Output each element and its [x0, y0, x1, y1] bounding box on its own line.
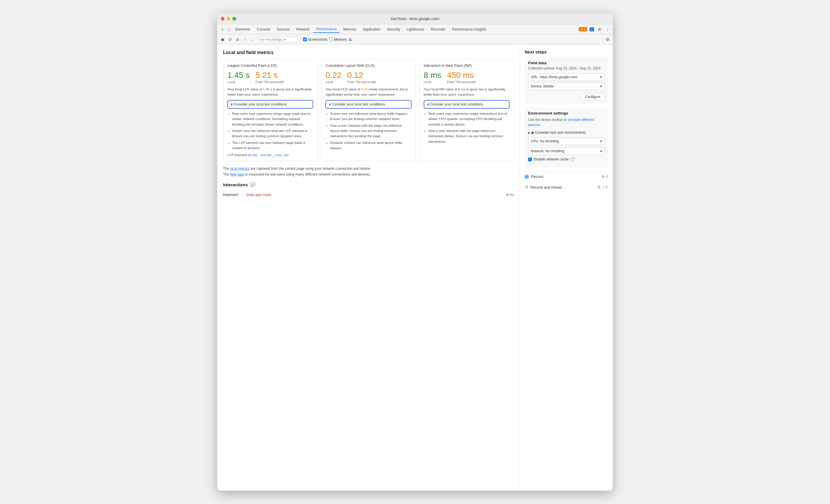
- screenshots-checkbox-group[interactable]: Screenshots: [303, 37, 327, 41]
- lcp-title: Largest Contentful Paint (LCP): [227, 64, 313, 68]
- tab-security[interactable]: Security: [384, 26, 403, 33]
- inp-card: Interaction to Next Paint (INP) 8 ms Loc…: [419, 59, 514, 161]
- info-count: 2: [591, 28, 593, 31]
- memory-checkbox[interactable]: [329, 37, 333, 41]
- inp-field-label: Field 75th percentile: [447, 80, 476, 84]
- cpu-dropdown[interactable]: CPU: No throttling ▾: [528, 137, 605, 145]
- footer-note-2: are captured from the current page using…: [250, 167, 371, 171]
- title-bar: DevTools - fonts.google.com/: [217, 13, 613, 25]
- tab-application[interactable]: Application: [360, 26, 383, 33]
- lcp-field-label: Field 75th percentile: [255, 80, 284, 84]
- inspector-icon[interactable]: ⊹: [220, 27, 225, 32]
- recordings-placeholder: (no recordings): [259, 37, 283, 41]
- device-icon[interactable]: □: [226, 27, 232, 32]
- settings-toolbar-icon[interactable]: ⚙: [605, 37, 610, 42]
- inp-values: 8 ms Local 450 ms Field 75th percentile: [424, 71, 510, 84]
- cls-field-label: Field 75th percentile: [347, 80, 376, 84]
- tab-elements[interactable]: Elements: [232, 26, 253, 33]
- lcp-element-value[interactable]: div.tile__text.tile__inria_san: [248, 153, 289, 157]
- tab-network[interactable]: Network: [293, 26, 313, 33]
- memory-checkbox-group[interactable]: Memory: [329, 37, 347, 41]
- cpu-arrow: ▾: [600, 139, 602, 143]
- settings-icon[interactable]: ⚙: [597, 27, 602, 32]
- inp-bullet-list: Real users may experience longer interac…: [424, 111, 510, 144]
- interactions-icon: [250, 182, 255, 187]
- network-dropdown[interactable]: Network: No throttling ▾: [528, 147, 605, 155]
- tab-performance[interactable]: Performance: [313, 26, 340, 33]
- device-label: Device: Mobile: [531, 84, 554, 88]
- env-settings-title: Environment settings: [528, 111, 605, 115]
- recordings-dropdown[interactable]: (no recordings) ▾: [257, 37, 298, 42]
- screenshots-checkbox[interactable]: [303, 37, 307, 41]
- toolbar: ⏺ ↺ ⊘ ↑ ↓ (no recordings) ▾ Screenshots …: [217, 34, 613, 45]
- close-button[interactable]: [221, 17, 225, 21]
- url-select[interactable]: URL: https://fonts.google.com/ ▾: [528, 73, 605, 81]
- record-label: Record: [531, 174, 543, 179]
- record-reload-row[interactable]: ↺ Record and reload ⌘ ⇧ E: [524, 182, 608, 193]
- consider-real-label: ▶ Consider real user environments: [532, 131, 586, 135]
- cls-consider-box[interactable]: ▾ Consider your local test conditions: [325, 100, 411, 109]
- environment-card: Environment settings Use the device tool…: [524, 107, 608, 168]
- lcp-consider-box[interactable]: ▾ Consider your local test conditions: [227, 100, 313, 109]
- footer-note-4: is measured by real users using many dif…: [244, 172, 371, 176]
- lcp-field-group: 5.21 s Field 75th percentile: [255, 71, 284, 84]
- inp-local-group: 8 ms Local: [424, 71, 442, 84]
- record-reload-icon: ↺: [524, 185, 528, 190]
- cls-local-value: 0.22: [325, 71, 342, 80]
- footer-field-data-link[interactable]: field data: [230, 172, 244, 176]
- footer-local-metrics-link[interactable]: local metrics: [230, 167, 250, 171]
- maximize-button[interactable]: [232, 17, 236, 21]
- footer-note-1: The: [223, 167, 230, 171]
- cls-consider-label: ▾ Consider your local test conditions: [329, 102, 385, 106]
- lcp-bullet-1: Screen size can influence what the LCP e…: [232, 128, 313, 139]
- network-label: Network: No throttling: [531, 149, 564, 153]
- lcp-bullet-0: Real users may experience longer page lo…: [232, 111, 313, 127]
- field-data-title: Field data: [528, 61, 605, 65]
- disable-cache-checkbox[interactable]: ✓: [528, 158, 532, 161]
- tab-memory[interactable]: Memory: [340, 26, 359, 33]
- refresh-button[interactable]: ↺: [227, 37, 233, 42]
- cancel-button[interactable]: ⊘: [235, 37, 241, 42]
- tab-console[interactable]: Console: [254, 26, 273, 33]
- tab-performance-insights[interactable]: Performance insights: [449, 26, 489, 33]
- minimize-button[interactable]: [227, 17, 230, 21]
- lcp-element-label: LCP Element: [227, 153, 247, 157]
- main-content: Local and field metrics Largest Contentf…: [217, 45, 613, 491]
- inp-title: Interaction to Next Paint (INP): [424, 64, 510, 68]
- lcp-bullet-list: Real users may experience longer page lo…: [227, 111, 313, 151]
- interactions-title: Interactions: [223, 182, 514, 187]
- download-icon[interactable]: ↓: [250, 37, 256, 42]
- configure-button[interactable]: Configure: [581, 93, 605, 101]
- interaction-element-0[interactable]: body.app-ready: [246, 193, 506, 197]
- inp-local-value: 8 ms: [424, 71, 442, 80]
- more-icon[interactable]: ⋮: [605, 27, 610, 32]
- cls-bullet-1: How a user interacts with the page can i…: [330, 123, 411, 139]
- inp-description: Your local INP value of 8 ms is good, bu…: [424, 87, 510, 97]
- cls-title: Cumulative Layout Shift (CLS): [325, 64, 411, 68]
- tab-bar-right: ⚠ 1 2 ⚙ ⋮: [579, 27, 610, 32]
- inp-field-value: 450 ms: [447, 71, 476, 80]
- help-icon[interactable]: ?: [571, 157, 575, 161]
- url-label: URL: https://fonts.google.com/: [531, 75, 578, 79]
- record-icon: [524, 175, 529, 179]
- lcp-card: Largest Contentful Paint (LCP) 1.45 s Lo…: [223, 59, 318, 161]
- interaction-row-0: keyboard body.app-ready 8 ms: [223, 190, 514, 199]
- cls-bullet-0: Screen size can influence what layout sh…: [330, 111, 411, 122]
- tab-lighthouse[interactable]: Lighthouse: [404, 26, 427, 33]
- lcp-desc-before: Your local LCP value of: [227, 88, 263, 91]
- footer-note-3: The: [223, 172, 230, 176]
- record-button[interactable]: ⏺: [220, 37, 225, 42]
- disable-cache-row: ✓ Disable network cache ?: [528, 157, 605, 161]
- consider-real-user[interactable]: ▶ ▶ Consider real user environments: [528, 131, 605, 135]
- tab-sources[interactable]: Sources: [274, 26, 293, 33]
- device-select[interactable]: Device: Mobile ▾: [528, 82, 605, 90]
- sidebar-title: Next steps: [524, 49, 608, 54]
- lcp-element: LCP Element div.tile__text.tile__inria_s…: [227, 153, 313, 157]
- tab-recorder[interactable]: Recorder: [428, 26, 448, 33]
- env-desc-end: .: [540, 123, 541, 127]
- inp-consider-box[interactable]: ▾ Consider your local test conditions: [424, 100, 510, 109]
- upload-icon[interactable]: ↑: [242, 37, 248, 42]
- inp-local-label: Local: [424, 80, 442, 84]
- record-row[interactable]: Record ⌘ E: [524, 171, 608, 182]
- cpu-profile-icon: 🖧: [348, 37, 352, 41]
